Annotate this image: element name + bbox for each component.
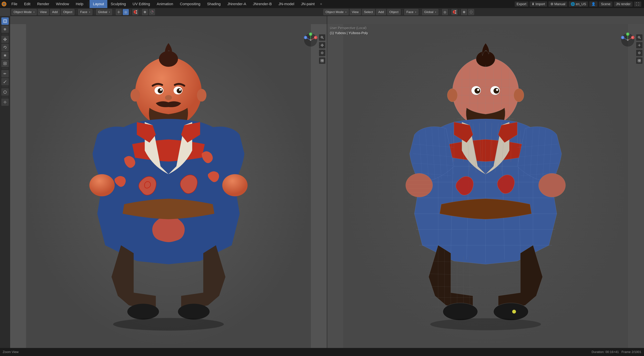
viewport-area: X Y Z xyxy=(10,16,644,348)
svg-point-22 xyxy=(127,304,159,320)
svg-text:Y: Y xyxy=(310,33,311,35)
svg-point-65 xyxy=(512,310,516,314)
menu-help[interactable]: Help xyxy=(72,0,87,8)
measure-tool-button[interactable] xyxy=(1,78,9,85)
object-menu-left[interactable]: Object xyxy=(61,9,74,15)
transform-global-left[interactable]: Global ▾ xyxy=(96,9,112,15)
annotate-tool-button[interactable]: ✏ xyxy=(1,70,9,77)
fullscreen-button[interactable]: ⛶ xyxy=(634,1,641,7)
workspace-uv-editing[interactable]: UV Editing xyxy=(129,0,154,8)
workspace-jn-paint[interactable]: JN-paint xyxy=(298,0,318,8)
snap-btn-right[interactable]: 🧲 xyxy=(452,9,458,15)
svg-point-44 xyxy=(322,52,323,54)
navigation-gizmo-left[interactable]: X Y Z xyxy=(303,32,318,47)
svg-point-28 xyxy=(113,318,224,331)
toolbar-divider-5 xyxy=(140,9,140,14)
right-viewport[interactable]: User Perspective (Local) (1) Yuboss | YU… xyxy=(327,16,644,348)
workspace-layout[interactable]: Layout xyxy=(90,0,107,8)
svg-point-61 xyxy=(406,174,432,197)
navigation-gizmo-right[interactable]: X Y Z xyxy=(620,32,635,47)
render-material-btn[interactable] xyxy=(149,9,155,15)
scene-selector[interactable]: Scene xyxy=(599,1,612,7)
menu-file[interactable]: File xyxy=(8,0,21,8)
svg-rect-4 xyxy=(4,20,6,22)
export-button[interactable]: Export xyxy=(515,1,528,7)
svg-rect-5 xyxy=(4,62,6,65)
tool-separator-4 xyxy=(2,97,8,97)
view-menu-right[interactable]: View xyxy=(350,9,361,15)
object-mode-dropdown-right[interactable]: Object Mode ▾ xyxy=(323,9,349,15)
move-icon-btn[interactable] xyxy=(116,9,122,15)
object-menu-right[interactable]: Object xyxy=(387,9,401,15)
camera-right-btn[interactable] xyxy=(636,50,643,56)
workspace-sculpting[interactable]: Sculpting xyxy=(107,0,129,8)
import-button[interactable]: ⬇ Import xyxy=(530,1,547,7)
frame-info-label: Frame 2/1001 xyxy=(622,350,641,354)
add-menu-left[interactable]: Add xyxy=(50,9,60,15)
grid-right-btn[interactable] xyxy=(636,57,643,64)
svg-point-11 xyxy=(470,11,472,13)
user-icon[interactable]: 👤 xyxy=(589,1,598,7)
render-solid-btn-right[interactable] xyxy=(461,9,467,15)
render-material-btn-right[interactable] xyxy=(468,9,474,15)
svg-point-23 xyxy=(178,304,210,320)
workspace-jn-model[interactable]: JN-model xyxy=(275,0,298,8)
scale-tool-button[interactable] xyxy=(1,52,9,59)
face-arrow: ▾ xyxy=(89,11,90,13)
rotate-tool-button[interactable] xyxy=(1,44,9,51)
workspace-shading[interactable]: Shading xyxy=(204,0,224,8)
cursor-tool-button[interactable]: ⊕ xyxy=(1,25,9,33)
view-menu-left[interactable]: View xyxy=(38,9,49,15)
svg-point-45 xyxy=(321,52,323,54)
menu-render[interactable]: Render xyxy=(34,0,52,8)
workspace-animation[interactable]: Animation xyxy=(154,0,176,8)
render-solid-btn[interactable] xyxy=(142,9,148,15)
move-tool-button[interactable] xyxy=(1,36,9,43)
language-selector[interactable]: 🌐 en_US xyxy=(569,1,588,7)
pan-right-btn[interactable] xyxy=(636,42,643,49)
workspace-jnrender-b[interactable]: JNrender-B xyxy=(250,0,275,8)
svg-point-6 xyxy=(4,63,6,64)
zoom-right-btn[interactable] xyxy=(636,34,643,41)
object-mode-dropdown[interactable]: Object Mode ▾ xyxy=(12,9,37,15)
transform-global-right[interactable]: Global ▾ xyxy=(422,9,438,15)
menu-edit[interactable]: Edit xyxy=(21,0,34,8)
svg-point-16 xyxy=(158,88,163,93)
right-viewport-right-tools xyxy=(636,34,643,64)
svg-text:Z: Z xyxy=(305,37,306,38)
left-viewport-canvas[interactable]: X Y Z xyxy=(10,24,327,348)
left-viewport-right-tools xyxy=(319,34,326,64)
select-tool-button[interactable] xyxy=(1,17,9,25)
svg-point-60 xyxy=(494,303,528,320)
blender-logo[interactable] xyxy=(0,0,8,8)
render-engine-selector[interactable]: JN render xyxy=(614,1,632,7)
workspace-compositing[interactable]: Compositing xyxy=(176,0,204,8)
manual-button[interactable]: ⚙ Manual xyxy=(548,1,567,7)
svg-point-59 xyxy=(443,303,478,320)
svg-point-63 xyxy=(447,89,457,102)
pan-left-btn[interactable] xyxy=(319,42,326,49)
right-viewport-canvas[interactable]: X Y Z xyxy=(327,24,644,348)
svg-point-26 xyxy=(130,89,140,101)
svg-point-10 xyxy=(463,11,465,13)
options-button[interactable] xyxy=(1,98,9,106)
workspace-jnrender-a[interactable]: JNrender-A xyxy=(224,0,250,8)
lang-flag-icon: 🌐 xyxy=(571,2,575,6)
proportional-btn-right[interactable]: ◎ xyxy=(442,9,448,15)
menu-window[interactable]: Window xyxy=(53,0,72,8)
left-viewport[interactable]: X Y Z xyxy=(10,16,327,348)
camera-left-btn[interactable] xyxy=(319,50,326,56)
snap-btn[interactable]: 🧲 xyxy=(132,9,138,15)
zoom-left-btn[interactable] xyxy=(319,34,326,41)
add-object-button[interactable] xyxy=(1,88,9,96)
add-menu-right[interactable]: Add xyxy=(376,9,386,15)
add-workspace-button[interactable]: + xyxy=(318,1,324,7)
face-mode-left[interactable]: Face ▾ xyxy=(78,9,92,15)
svg-point-57 xyxy=(494,88,499,94)
grid-left-btn[interactable] xyxy=(319,57,326,64)
proportional-btn[interactable]: ◎ xyxy=(123,9,129,15)
select-menu-right[interactable]: Select xyxy=(362,9,375,15)
face-mode-right[interactable]: Face ▾ xyxy=(404,9,418,15)
transform-tool-button[interactable] xyxy=(1,60,9,67)
viewport-info-right: User Perspective (Local) (1) Yuboss | YU… xyxy=(330,25,368,35)
